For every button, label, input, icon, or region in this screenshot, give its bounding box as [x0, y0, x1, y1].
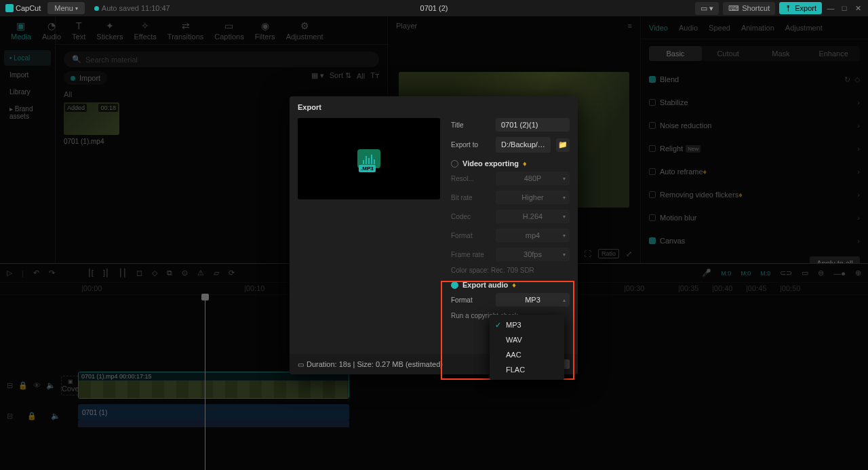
audio-export-checkbox[interactable] [451, 281, 458, 289]
export-bit-rate-select[interactable]: Higher▾ [496, 191, 570, 204]
import-pill[interactable]: Import [64, 71, 107, 85]
menu-button[interactable]: Menu▾ [47, 2, 85, 14]
reverse-icon[interactable]: ⊙ [182, 269, 188, 277]
nav-brand-assets[interactable]: ▸ Brand assets [4, 101, 51, 124]
rp-row-noise-reduction[interactable]: Noise reduction› [649, 114, 860, 137]
zoom-in-icon[interactable]: ⊕ [855, 269, 861, 277]
search-icon: 🔍 [72, 55, 81, 64]
preview-icon[interactable]: ▭ [802, 269, 808, 277]
zoom-slider[interactable]: —● [833, 269, 846, 277]
export-path-input[interactable]: D:/Backup/桌面/0701... [496, 137, 551, 153]
rp-subtab-cutout[interactable]: Cutout [702, 46, 755, 61]
color-space-label: Color space: Rec. 709 SDR [451, 267, 570, 274]
crop-icon[interactable]: ◻ [136, 269, 142, 277]
media-tab-audio[interactable]: ◔Audio [37, 20, 66, 41]
media-tab-filters[interactable]: ◉Filters [250, 20, 281, 41]
pointer-tool-icon[interactable]: ▷ [7, 269, 12, 277]
filter-all-button[interactable]: All [357, 72, 365, 80]
rotate-icon[interactable]: ⟳ [229, 269, 235, 277]
playhead[interactable] [205, 295, 205, 470]
media-tab-captions[interactable]: ▭Captions [209, 20, 249, 41]
export-frame-rate-select[interactable]: 30fps▾ [496, 248, 570, 261]
mirror-icon[interactable]: ▱ [214, 269, 219, 277]
media-tab-effects[interactable]: ✧Effects [128, 20, 161, 41]
rp-row-relight[interactable]: RelightNew› [649, 137, 860, 160]
text-size-icon[interactable]: Tᴛ [370, 71, 379, 80]
layout-toggle-button[interactable]: ▭ ▾ [695, 2, 719, 15]
format-option-flac[interactable]: FLAC [490, 362, 564, 377]
video-export-checkbox[interactable] [451, 160, 458, 168]
track-collapse-icon-2[interactable]: ⊟ [7, 412, 13, 420]
export-codec-select[interactable]: H.264▾ [496, 210, 570, 223]
zoom-out-icon[interactable]: ⊖ [818, 269, 824, 277]
apply-to-all-button[interactable]: Apply to all [810, 256, 860, 263]
browse-folder-button[interactable]: 📁 [556, 138, 570, 152]
split-icon[interactable]: ⎮[ [87, 269, 94, 277]
export-title-input[interactable]: 0701 (2)(1) [496, 118, 570, 132]
token-2[interactable]: M:0 [741, 270, 751, 277]
track-lock-icon[interactable]: 🔒 [18, 381, 28, 390]
media-tab-text[interactable]: TText [66, 20, 91, 41]
token-3[interactable]: M:0 [760, 270, 770, 277]
media-tab-stickers[interactable]: ✦Stickers [91, 20, 128, 41]
ratio-button[interactable]: Ratio [598, 249, 619, 258]
format-option-mp3[interactable]: MP3 [490, 317, 564, 332]
format-option-wav[interactable]: WAV [490, 332, 564, 347]
rp-row-auto-reframe[interactable]: Auto reframe ♦› [649, 160, 860, 183]
rp-tab-animation[interactable]: Animation [741, 24, 774, 32]
audio-clip[interactable]: 0701 (1) [78, 404, 349, 427]
rp-tab-speed[interactable]: Speed [709, 24, 730, 32]
track-mute-icon-2[interactable]: 🔈 [51, 412, 60, 420]
split-left-icon[interactable]: ]⎮ [103, 269, 109, 277]
shortcut-button[interactable]: ⌨ Shortcut [723, 2, 775, 15]
export-button[interactable]: ⭱ Export [779, 2, 822, 14]
minimize-icon[interactable]: — [826, 4, 835, 12]
media-tab-transitions[interactable]: ⇄Transitions [162, 20, 209, 41]
rp-row-motion-blur[interactable]: Motion blur› [649, 206, 860, 229]
fullscreen-icon[interactable]: ⤢ [626, 250, 632, 258]
nav-library[interactable]: Library [4, 84, 51, 100]
rp-subtab-enhance[interactable]: Enhance [807, 46, 860, 61]
rp-row-removing-video-flickers[interactable]: Removing video flickers ♦› [649, 183, 860, 206]
marker-icon[interactable]: ◇ [152, 269, 157, 277]
rp-tab-audio[interactable]: Audio [679, 24, 698, 32]
format-option-aac[interactable]: AAC [490, 347, 564, 362]
track-lock-icon-2[interactable]: 🔒 [27, 412, 37, 420]
search-input[interactable]: 🔍 Search material [64, 52, 379, 67]
rp-row-stabilize[interactable]: Stabilize› [649, 91, 860, 114]
keyframe-icon[interactable]: ◇ [854, 75, 860, 84]
sort-button[interactable]: Sort ⇅ [330, 71, 351, 80]
rp-tab-adjustment[interactable]: Adjustment [785, 24, 823, 32]
split-del-icon[interactable]: ⎮⎮ [119, 269, 127, 277]
detect-icon[interactable]: ⛶ [584, 250, 591, 258]
video-clip[interactable]: 0701 (1).mp4 00:00:17:15 [78, 372, 349, 399]
track-visible-icon[interactable]: 👁 [33, 381, 41, 389]
nav-local[interactable]: • Local [4, 50, 51, 66]
undo-icon[interactable]: ↶ [33, 269, 39, 277]
media-tab-media[interactable]: ▣Media [5, 20, 37, 41]
player-menu-icon[interactable]: ≡ [628, 22, 632, 30]
track-mute-icon[interactable]: 🔈 [46, 381, 56, 390]
rp-row-canvas[interactable]: Canvas› [649, 229, 860, 252]
maximize-icon[interactable]: □ [840, 4, 849, 12]
track-collapse-icon[interactable]: ⊟ [7, 381, 13, 390]
rp-tab-video[interactable]: Video [649, 24, 668, 32]
nav-import[interactable]: Import [4, 67, 51, 83]
rp-row-blend[interactable]: Blend↻◇ [649, 68, 860, 91]
reset-icon[interactable]: ↻ [844, 75, 850, 84]
warn-icon[interactable]: ⚠ [197, 269, 204, 277]
cover-button[interactable]: ▣Cover [61, 376, 80, 395]
redo-icon[interactable]: ↷ [49, 269, 55, 277]
audio-format-select[interactable]: MP3▴ [496, 293, 570, 307]
rp-subtab-basic[interactable]: Basic [649, 46, 702, 61]
close-icon[interactable]: ✕ [853, 4, 863, 13]
export-resol--select[interactable]: 480P▾ [496, 172, 570, 185]
media-tab-adjustment[interactable]: ⚙Adjustment [281, 20, 329, 41]
rp-subtab-mask[interactable]: Mask [755, 46, 808, 61]
view-toggle-icon[interactable]: ▦ ▾ [311, 71, 324, 80]
copy-icon[interactable]: ⧉ [167, 269, 172, 277]
magnet-icon[interactable]: ⊂⊃ [780, 269, 792, 277]
token-1[interactable]: M:0 [721, 270, 731, 277]
mic-icon[interactable]: 🎤 [702, 269, 711, 277]
export-format-select[interactable]: mp4▾ [496, 229, 570, 242]
